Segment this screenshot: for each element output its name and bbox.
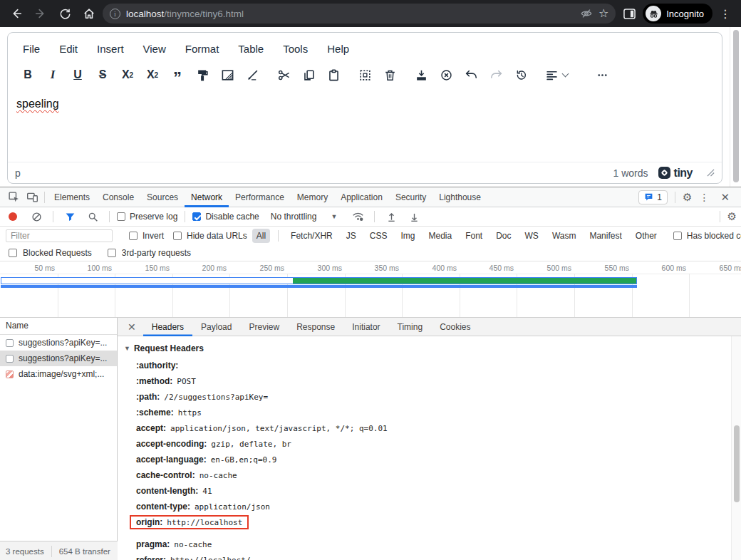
filter-type-doc[interactable]: Doc	[492, 229, 515, 243]
delete-icon[interactable]	[383, 68, 397, 82]
tab-performance[interactable]: Performance	[229, 187, 291, 207]
resize-grip-icon[interactable]	[707, 169, 715, 177]
page-scrollbar-thumb[interactable]	[733, 30, 739, 182]
tab-lighthouse[interactable]: Lighthouse	[432, 187, 487, 207]
menu-table[interactable]: Table	[238, 43, 264, 55]
tab-security[interactable]: Security	[389, 187, 432, 207]
request-row[interactable]: data:image/svg+xml;...	[0, 366, 117, 382]
network-search-button[interactable]	[83, 207, 102, 226]
record-button[interactable]	[9, 212, 17, 221]
tab-headers[interactable]: Headers	[143, 318, 192, 336]
import-har-button[interactable]	[382, 207, 400, 226]
invert-checkbox[interactable]	[129, 232, 138, 240]
request-row[interactable]: suggestions?apiKey=...	[0, 335, 117, 351]
filter-type-font[interactable]: Font	[461, 229, 487, 243]
incognito-badge[interactable]: Incognito	[643, 4, 712, 24]
select-all-icon[interactable]	[358, 68, 372, 82]
details-scrollbar-thumb[interactable]	[734, 425, 740, 502]
hide-data-urls-label[interactable]: Hide data URLs	[187, 231, 247, 241]
third-party-requests-label[interactable]: 3rd-party requests	[122, 248, 191, 258]
save-icon[interactable]	[414, 68, 428, 82]
issues-button[interactable]: 1	[638, 190, 668, 204]
blocked-requests-label[interactable]: Blocked Requests	[23, 248, 92, 258]
request-headers-section[interactable]: ▼ Request Headers	[124, 343, 204, 353]
bold-icon[interactable]: B	[21, 68, 35, 82]
disable-cache-checkbox[interactable]	[192, 212, 201, 221]
format-painter-icon[interactable]	[195, 68, 209, 82]
tab-timing[interactable]: Timing	[389, 318, 432, 336]
request-row-selected[interactable]: suggestions?apiKey=...	[0, 351, 117, 366]
preserve-log-label[interactable]: Preserve log	[130, 212, 177, 222]
italic-icon[interactable]: I	[46, 68, 60, 82]
strikethrough-icon[interactable]: S	[95, 68, 110, 82]
restore-draft-icon[interactable]	[514, 68, 528, 82]
editor-content[interactable]: speeling	[8, 90, 722, 154]
menu-edit[interactable]: Edit	[59, 43, 78, 55]
filter-type-wasm[interactable]: Wasm	[548, 229, 581, 243]
tab-elements[interactable]: Elements	[48, 187, 96, 207]
clear-button[interactable]	[27, 207, 46, 226]
menu-insert[interactable]: Insert	[97, 43, 124, 55]
menu-help[interactable]: Help	[327, 43, 349, 55]
menu-file[interactable]: File	[23, 43, 40, 55]
filter-input[interactable]	[6, 229, 113, 242]
tab-console[interactable]: Console	[96, 187, 140, 207]
hide-data-urls-checkbox[interactable]	[173, 232, 182, 240]
filter-type-css[interactable]: CSS	[366, 229, 392, 243]
third-party-requests-checkbox[interactable]	[108, 249, 116, 257]
filter-type-js[interactable]: JS	[342, 229, 361, 243]
subscript-icon[interactable]: X2	[120, 68, 135, 82]
tab-application[interactable]: Application	[334, 187, 389, 207]
has-blocked-cookies-label[interactable]: Has blocked cookies	[687, 231, 741, 241]
filter-type-manifest[interactable]: Manifest	[585, 229, 626, 243]
align-left-icon[interactable]	[545, 68, 568, 82]
browser-menu-button[interactable]: ⋮	[715, 7, 735, 21]
blocked-requests-checkbox[interactable]	[9, 249, 17, 257]
devtools-settings-icon[interactable]: ⚙	[683, 191, 692, 204]
disclosure-triangle-icon[interactable]: ▼	[124, 345, 130, 352]
invert-label[interactable]: Invert	[142, 231, 164, 241]
device-toolbar-button[interactable]	[23, 188, 41, 207]
tab-cookies[interactable]: Cookies	[431, 318, 479, 336]
overview-blue-bar[interactable]	[1, 285, 637, 288]
undo-icon[interactable]	[464, 68, 478, 82]
preserve-log-checkbox[interactable]	[117, 212, 125, 221]
paste-icon[interactable]	[326, 68, 341, 82]
home-button[interactable]	[78, 3, 100, 24]
word-count[interactable]: 1 words	[613, 167, 648, 179]
redo-icon[interactable]	[489, 68, 503, 82]
tab-preview[interactable]: Preview	[240, 318, 288, 336]
back-button[interactable]	[6, 3, 27, 24]
filter-type-all[interactable]: All	[252, 229, 270, 243]
tab-initiator[interactable]: Initiator	[343, 318, 388, 336]
permanent-pen-icon[interactable]	[245, 68, 259, 82]
network-overview-timeline[interactable]: 50 ms 100 ms 150 ms 200 ms 250 ms 300 ms…	[0, 261, 741, 318]
eye-blocked-icon[interactable]	[580, 7, 593, 20]
disable-cache-label[interactable]: Disable cache	[205, 212, 259, 222]
filter-toggle-button[interactable]	[61, 207, 79, 226]
underline-icon[interactable]: U	[71, 68, 85, 82]
url-text[interactable]: localhost/tinymce/tiny6.html	[126, 9, 574, 19]
tab-network[interactable]: Network	[185, 187, 229, 207]
details-scrollbar[interactable]	[731, 336, 741, 560]
menu-format[interactable]: Format	[185, 43, 219, 55]
blockquote-icon[interactable]: ”	[170, 68, 185, 82]
overview-request-bar[interactable]	[1, 277, 637, 284]
superscript-icon[interactable]: X2	[145, 68, 160, 82]
filter-type-media[interactable]: Media	[424, 229, 456, 243]
close-details-icon[interactable]: ✕	[120, 321, 143, 333]
copy-icon[interactable]	[301, 68, 316, 82]
name-column-header[interactable]: Name	[0, 318, 117, 335]
menu-view[interactable]: View	[143, 43, 166, 55]
inspect-element-button[interactable]	[4, 188, 23, 207]
more-icon[interactable]	[595, 68, 609, 82]
reload-button[interactable]	[54, 3, 76, 24]
filter-type-img[interactable]: Img	[396, 229, 419, 243]
page-scrollbar[interactable]	[730, 27, 741, 187]
misspelled-word[interactable]: speeling	[16, 98, 59, 110]
filter-type-ws[interactable]: WS	[521, 229, 543, 243]
network-settings-icon[interactable]: ⚙	[727, 210, 737, 223]
tiny-brand[interactable]: tiny	[658, 167, 693, 180]
address-bar[interactable]: i localhost/tinymce/tiny6.html ☆	[103, 4, 616, 24]
tab-memory[interactable]: Memory	[291, 187, 334, 207]
